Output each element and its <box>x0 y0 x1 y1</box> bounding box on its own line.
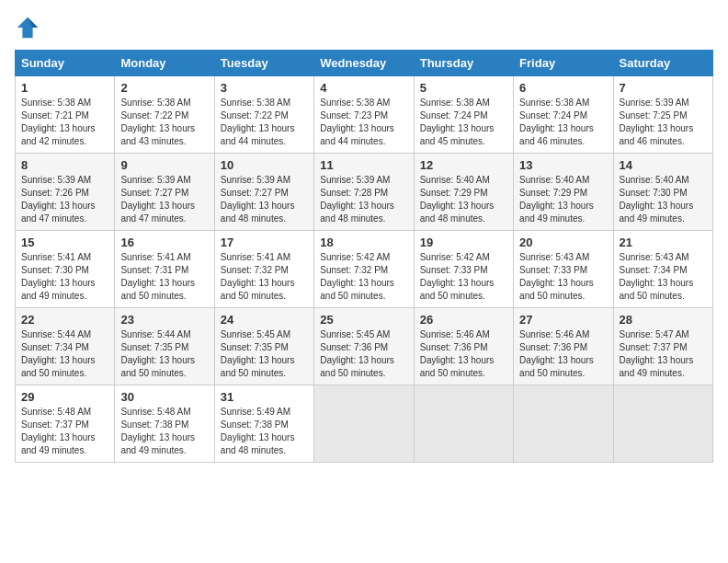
calendar-week-row: 29Sunrise: 5:48 AM Sunset: 7:37 PM Dayli… <box>16 385 713 463</box>
calendar-cell: 22Sunrise: 5:44 AM Sunset: 7:34 PM Dayli… <box>16 308 115 385</box>
logo <box>15 15 44 40</box>
day-number: 15 <box>21 236 108 249</box>
calendar-cell: 14Sunrise: 5:40 AM Sunset: 7:30 PM Dayli… <box>613 154 712 231</box>
day-number: 7 <box>620 81 707 95</box>
calendar-cell: 31Sunrise: 5:49 AM Sunset: 7:38 PM Dayli… <box>214 385 313 463</box>
day-info: Sunrise: 5:40 AM Sunset: 7:29 PM Dayligh… <box>420 174 507 225</box>
day-info: Sunrise: 5:41 AM Sunset: 7:31 PM Dayligh… <box>120 251 208 303</box>
day-info: Sunrise: 5:41 AM Sunset: 7:30 PM Dayligh… <box>21 251 108 303</box>
day-number: 2 <box>120 81 208 95</box>
column-header-sunday: Sunday <box>16 51 115 76</box>
day-number: 9 <box>120 158 208 172</box>
day-info: Sunrise: 5:38 AM Sunset: 7:21 PM Dayligh… <box>21 97 108 148</box>
day-number: 31 <box>221 390 308 404</box>
day-number: 20 <box>519 236 607 249</box>
calendar-cell: 23Sunrise: 5:44 AM Sunset: 7:35 PM Dayli… <box>115 308 214 385</box>
day-number: 13 <box>519 158 607 172</box>
day-number: 10 <box>221 158 308 172</box>
calendar-cell <box>314 385 414 463</box>
column-header-saturday: Saturday <box>613 51 712 76</box>
calendar-week-row: 1Sunrise: 5:38 AM Sunset: 7:21 PM Daylig… <box>16 76 713 154</box>
day-info: Sunrise: 5:39 AM Sunset: 7:26 PM Dayligh… <box>21 174 108 225</box>
column-header-thursday: Thursday <box>414 51 513 76</box>
day-info: Sunrise: 5:39 AM Sunset: 7:27 PM Dayligh… <box>120 174 208 225</box>
day-info: Sunrise: 5:47 AM Sunset: 7:37 PM Dayligh… <box>620 328 707 380</box>
calendar-cell <box>613 385 712 463</box>
calendar-cell: 3Sunrise: 5:38 AM Sunset: 7:22 PM Daylig… <box>214 76 313 154</box>
calendar-week-row: 15Sunrise: 5:41 AM Sunset: 7:30 PM Dayli… <box>16 231 713 308</box>
day-number: 25 <box>320 313 407 327</box>
day-number: 27 <box>519 313 607 327</box>
day-info: Sunrise: 5:43 AM Sunset: 7:34 PM Dayligh… <box>620 251 707 303</box>
day-info: Sunrise: 5:45 AM Sunset: 7:36 PM Dayligh… <box>320 328 407 380</box>
day-info: Sunrise: 5:38 AM Sunset: 7:23 PM Dayligh… <box>320 97 407 148</box>
column-header-wednesday: Wednesday <box>314 51 414 76</box>
day-number: 28 <box>620 313 707 327</box>
day-number: 8 <box>21 158 108 172</box>
day-info: Sunrise: 5:38 AM Sunset: 7:22 PM Dayligh… <box>120 97 208 148</box>
day-number: 30 <box>120 390 208 404</box>
day-number: 24 <box>221 313 308 327</box>
day-number: 16 <box>120 236 208 249</box>
day-number: 4 <box>320 81 407 95</box>
calendar-week-row: 8Sunrise: 5:39 AM Sunset: 7:26 PM Daylig… <box>16 154 713 231</box>
day-info: Sunrise: 5:39 AM Sunset: 7:25 PM Dayligh… <box>620 97 707 148</box>
calendar-cell: 8Sunrise: 5:39 AM Sunset: 7:26 PM Daylig… <box>16 154 115 231</box>
calendar-cell: 1Sunrise: 5:38 AM Sunset: 7:21 PM Daylig… <box>16 76 115 154</box>
day-number: 6 <box>519 81 607 95</box>
day-number: 1 <box>21 81 108 95</box>
calendar-cell: 25Sunrise: 5:45 AM Sunset: 7:36 PM Dayli… <box>314 308 414 385</box>
calendar-cell: 28Sunrise: 5:47 AM Sunset: 7:37 PM Dayli… <box>613 308 712 385</box>
day-info: Sunrise: 5:38 AM Sunset: 7:24 PM Dayligh… <box>519 97 607 148</box>
calendar-cell: 21Sunrise: 5:43 AM Sunset: 7:34 PM Dayli… <box>613 231 712 308</box>
day-info: Sunrise: 5:44 AM Sunset: 7:35 PM Dayligh… <box>120 328 208 380</box>
day-info: Sunrise: 5:42 AM Sunset: 7:33 PM Dayligh… <box>420 251 507 303</box>
calendar-cell: 29Sunrise: 5:48 AM Sunset: 7:37 PM Dayli… <box>16 385 115 463</box>
day-number: 14 <box>620 158 707 172</box>
day-info: Sunrise: 5:40 AM Sunset: 7:29 PM Dayligh… <box>519 174 607 225</box>
day-info: Sunrise: 5:39 AM Sunset: 7:27 PM Dayligh… <box>221 174 308 225</box>
calendar-cell: 20Sunrise: 5:43 AM Sunset: 7:33 PM Dayli… <box>514 231 613 308</box>
calendar-cell: 11Sunrise: 5:39 AM Sunset: 7:28 PM Dayli… <box>314 154 414 231</box>
day-info: Sunrise: 5:41 AM Sunset: 7:32 PM Dayligh… <box>221 251 308 303</box>
calendar-cell: 26Sunrise: 5:46 AM Sunset: 7:36 PM Dayli… <box>414 308 513 385</box>
day-info: Sunrise: 5:40 AM Sunset: 7:30 PM Dayligh… <box>620 174 707 225</box>
calendar-cell: 10Sunrise: 5:39 AM Sunset: 7:27 PM Dayli… <box>214 154 313 231</box>
calendar-cell: 27Sunrise: 5:46 AM Sunset: 7:36 PM Dayli… <box>514 308 613 385</box>
day-number: 18 <box>320 236 407 249</box>
calendar-body: 1Sunrise: 5:38 AM Sunset: 7:21 PM Daylig… <box>16 76 713 463</box>
day-number: 17 <box>221 236 308 249</box>
column-header-friday: Friday <box>514 51 613 76</box>
column-header-monday: Monday <box>115 51 214 76</box>
column-header-tuesday: Tuesday <box>214 51 313 76</box>
day-info: Sunrise: 5:48 AM Sunset: 7:37 PM Dayligh… <box>21 406 108 457</box>
calendar-header-row: SundayMondayTuesdayWednesdayThursdayFrid… <box>16 51 713 76</box>
day-number: 5 <box>420 81 507 95</box>
calendar-cell: 30Sunrise: 5:48 AM Sunset: 7:38 PM Dayli… <box>115 385 214 463</box>
day-number: 26 <box>420 313 507 327</box>
calendar-cell: 9Sunrise: 5:39 AM Sunset: 7:27 PM Daylig… <box>115 154 214 231</box>
day-number: 3 <box>221 81 308 95</box>
calendar-cell <box>414 385 513 463</box>
day-number: 12 <box>420 158 507 172</box>
calendar-cell: 19Sunrise: 5:42 AM Sunset: 7:33 PM Dayli… <box>414 231 513 308</box>
page-header <box>15 15 713 40</box>
calendar-cell: 18Sunrise: 5:42 AM Sunset: 7:32 PM Dayli… <box>314 231 414 308</box>
calendar-cell: 5Sunrise: 5:38 AM Sunset: 7:24 PM Daylig… <box>414 76 513 154</box>
calendar-table: SundayMondayTuesdayWednesdayThursdayFrid… <box>15 50 713 463</box>
day-info: Sunrise: 5:45 AM Sunset: 7:35 PM Dayligh… <box>221 328 308 380</box>
day-info: Sunrise: 5:42 AM Sunset: 7:32 PM Dayligh… <box>320 251 407 303</box>
day-info: Sunrise: 5:46 AM Sunset: 7:36 PM Dayligh… <box>519 328 607 380</box>
calendar-cell: 12Sunrise: 5:40 AM Sunset: 7:29 PM Dayli… <box>414 154 513 231</box>
day-info: Sunrise: 5:44 AM Sunset: 7:34 PM Dayligh… <box>21 328 108 380</box>
calendar-cell: 6Sunrise: 5:38 AM Sunset: 7:24 PM Daylig… <box>514 76 613 154</box>
day-info: Sunrise: 5:49 AM Sunset: 7:38 PM Dayligh… <box>221 406 308 457</box>
day-info: Sunrise: 5:39 AM Sunset: 7:28 PM Dayligh… <box>320 174 407 225</box>
calendar-cell: 13Sunrise: 5:40 AM Sunset: 7:29 PM Dayli… <box>514 154 613 231</box>
calendar-cell: 16Sunrise: 5:41 AM Sunset: 7:31 PM Dayli… <box>115 231 214 308</box>
day-number: 29 <box>21 390 108 404</box>
day-number: 22 <box>21 313 108 327</box>
day-info: Sunrise: 5:46 AM Sunset: 7:36 PM Dayligh… <box>420 328 507 380</box>
day-number: 11 <box>320 158 407 172</box>
calendar-cell: 24Sunrise: 5:45 AM Sunset: 7:35 PM Dayli… <box>214 308 313 385</box>
